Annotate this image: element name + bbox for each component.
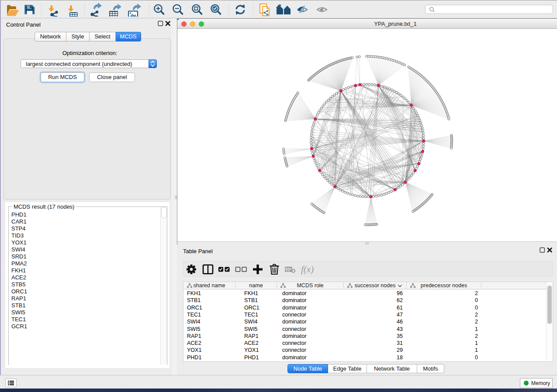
svg-text:f(x): f(x): [301, 264, 314, 275]
